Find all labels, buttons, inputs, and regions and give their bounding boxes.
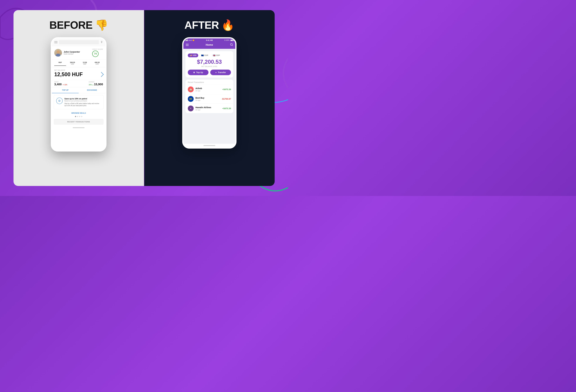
currency-tab-gbp[interactable]: 13.59GBP (79, 61, 91, 66)
currency-pill-gdp[interactable]: 🇬🇧 GDP (211, 53, 222, 57)
before-title: BEFORE 👎 (49, 19, 108, 31)
before-phone: 🎙 John Carpenter Gold member (51, 37, 107, 152)
after-header: Home (183, 42, 235, 49)
after-home-bar (203, 145, 215, 146)
airbnb-logo: 🏠 (188, 86, 194, 92)
currency-selector: 🇺🇸 USD 🇪🇺 EUR 🇬🇧 GDP (188, 53, 231, 57)
status-left: Sketch 📶 (185, 39, 194, 41)
home-indicator (52, 126, 105, 130)
header-title: Home (206, 43, 213, 47)
recent-transactions-bar: RECENT TRANSACTIONS (54, 119, 104, 125)
before-action-tabs: TOP UP EXCHANGE (52, 87, 105, 93)
deals-card: ⚙ Save up to 15% on petrol Based on your… (54, 95, 104, 109)
carousel-dots (52, 115, 105, 118)
tx-item-bestbuy[interactable]: BB Best Buy 2d ago -$1700.97 (185, 94, 233, 104)
after-body: 🇺🇸 USD 🇪🇺 EUR 🇬🇧 GDP (183, 49, 235, 144)
deals-desc: Stop by a Shell or BP petrol station tod… (64, 103, 101, 107)
avatar (54, 49, 62, 56)
spent-block: SPENT 3,400 ▼ 12% (54, 81, 67, 86)
tx-name-bestbuy: Best Buy (195, 97, 220, 99)
after-panel: AFTER 🔥 Sketch 📶 9:4 (144, 10, 275, 186)
credit-score-label: CREDIT SCORE (92, 49, 103, 50)
tx-date-hawaiian: 2d ago (195, 109, 221, 111)
spent-amount: 3,400 ▼ 12% (54, 83, 67, 86)
battery-icon (230, 40, 233, 41)
before-profile: John Carpenter Gold member CREDIT SCORE … (52, 46, 105, 59)
tx-item-hawaiian[interactable]: ✈ Hawaiin Airlines 2d ago +$470.39 (185, 104, 233, 113)
after-home-indicator (183, 144, 235, 147)
earned-label: EARNED (89, 81, 103, 83)
bestbuy-logo: BB (188, 96, 194, 102)
before-title-text: BEFORE (49, 19, 92, 31)
transfer-button[interactable]: ∞ Transfer (210, 70, 231, 75)
tx-amount-hawaiian: +$470.39 (222, 107, 231, 110)
mic-icon[interactable]: 🎙 (100, 41, 103, 44)
earned-amount: 25% ▲ 15,900 (89, 83, 103, 86)
action-buttons: ⊕ Top Up ∞ Transfer (188, 70, 231, 75)
status-time: 9:41 AM (206, 39, 213, 41)
balance-section: NET BALANCE 12,500 HUF (52, 67, 105, 80)
hawaiian-logo: ✈ (188, 105, 194, 111)
tx-name-airbnb: Airbnb (195, 87, 221, 90)
dot-2 (77, 116, 78, 117)
menu-icon[interactable] (186, 44, 189, 46)
hamburger-icon[interactable] (54, 41, 58, 43)
svg-line-1 (232, 45, 233, 46)
status-right: $ 100% (225, 39, 233, 41)
dot-1 (75, 116, 76, 117)
after-phone: Sketch 📶 9:41 AM $ 100% (182, 37, 236, 149)
tx-info-hawaiian: Hawaiin Airlines 2d ago (195, 106, 221, 111)
deals-subtitle: Based on your previous purchases (64, 100, 101, 102)
top-up-button[interactable]: ⊕ Top Up (188, 70, 208, 75)
dot-4 (81, 116, 82, 117)
credit-score-circle: 74 (92, 51, 99, 57)
search-button[interactable] (230, 43, 233, 47)
home-bar (73, 127, 85, 128)
tab-exchange[interactable]: EXCHANGE (79, 87, 105, 93)
balance-card: 🇺🇸 USD 🇪🇺 EUR 🇬🇧 GDP (185, 51, 233, 78)
deals-content: Save up to 15% on petrol Based on your p… (64, 98, 101, 107)
recent-transactions-section: Recent Transactions 🏠 Airbnb 2d ago +$47… (185, 79, 233, 113)
before-search-bar: 🎙 (52, 38, 105, 46)
after-phone-inner: Sketch 📶 9:41 AM $ 100% (183, 38, 235, 147)
net-balance-label: NET BALANCE (54, 70, 103, 71)
profile-info: John Carpenter Gold member (64, 51, 92, 55)
spent-change: ▼ 12% (62, 84, 67, 86)
dot-3 (79, 116, 80, 117)
net-balance-amount: 12,500 HUF (54, 71, 103, 78)
tx-info-airbnb: Airbnb 2d ago (195, 87, 221, 92)
tx-date-bestbuy: 2d ago (195, 99, 220, 101)
tx-info-bestbuy: Best Buy 2d ago (195, 97, 220, 101)
status-bar: Sketch 📶 9:41 AM $ 100% (183, 38, 235, 42)
before-panel: BEFORE 👎 🎙 (13, 10, 144, 186)
profile-name: John Carpenter (64, 51, 92, 53)
chevron-right-icon[interactable] (99, 72, 104, 77)
recent-transactions-header: Recent Transactions (185, 79, 233, 84)
gear-icon: ⚙ (56, 98, 63, 104)
after-title: AFTER 🔥 (184, 19, 234, 31)
currency-tab-huf[interactable]: HUF (54, 61, 66, 66)
currency-pill-eur[interactable]: 🇪🇺 EUR (199, 53, 210, 57)
tx-name-hawaiian: Hawaiin Airlines (195, 106, 221, 109)
currency-pill-usd[interactable]: 🇺🇸 USD (188, 53, 198, 57)
credit-score-section: CREDIT SCORE 74 (92, 49, 103, 57)
signal-bars (185, 39, 188, 41)
deals-title: Save up to 15% on petrol (64, 98, 101, 100)
currency-tab-usd[interactable]: 258.30USD (67, 61, 78, 66)
earned-block: EARNED 25% ▲ 15,900 (89, 81, 103, 86)
tx-item-airbnb[interactable]: 🏠 Airbnb 2d ago +$470.39 (185, 84, 233, 94)
tx-amount-airbnb: +$470.39 (222, 88, 231, 91)
tab-top-up[interactable]: TOP UP (52, 87, 79, 93)
currency-tabs: HUF 258.30USD 13.59GBP 430.20AUD (52, 59, 105, 67)
tx-date-airbnb: 2d ago (195, 90, 221, 92)
currency-tab-aud[interactable]: 430.20AUD (91, 61, 103, 66)
after-emoji: 🔥 (221, 19, 234, 31)
profile-role: Gold member (64, 53, 92, 55)
spent-label: SPENT (54, 81, 67, 83)
before-emoji: 👎 (95, 19, 108, 31)
browse-deals-button[interactable]: BROWSE DEALS (52, 111, 105, 115)
net-balance-sub: NET BALANCE (USD) (188, 66, 231, 67)
spent-earned: SPENT 3,400 ▼ 12% EARNED 25% ▲ 15,900 (52, 80, 105, 87)
main-container: BEFORE 👎 🎙 (13, 10, 275, 186)
after-title-text: AFTER (184, 19, 219, 31)
